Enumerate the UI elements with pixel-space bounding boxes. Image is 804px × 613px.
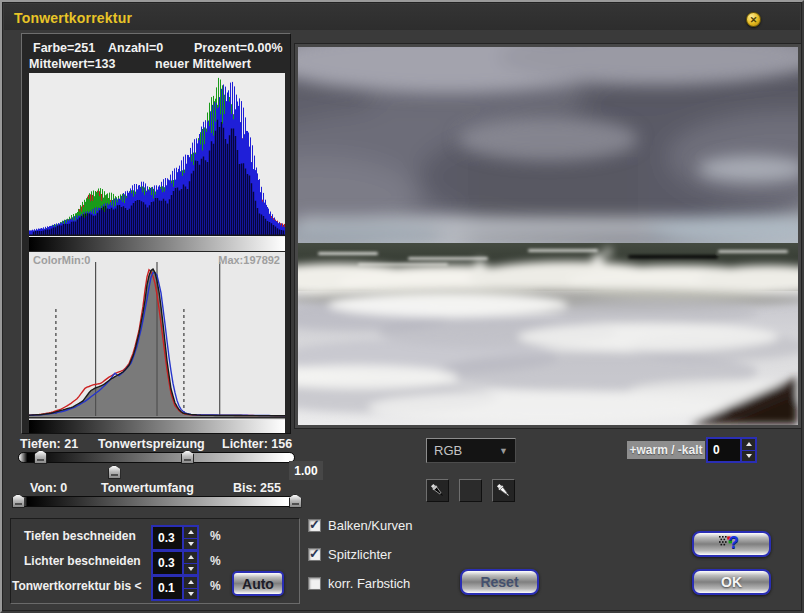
- spin-down-icon[interactable]: [742, 450, 755, 462]
- gray-point-button[interactable]: [459, 479, 482, 502]
- spin-up-icon[interactable]: [184, 552, 197, 563]
- black-point-dropper-button[interactable]: [426, 479, 449, 502]
- checkbox-icon[interactable]: [308, 577, 321, 590]
- gradient-strip-bottom: [29, 420, 285, 433]
- rgb-histogram: [29, 73, 285, 237]
- bis-label: Bis: 255: [233, 481, 281, 495]
- lichter-beschneiden-spinbox[interactable]: 0.3: [151, 550, 199, 576]
- info-farbe: Farbe=251: [33, 41, 95, 55]
- tonwertkorrektur-dialog: Tonwertkorrektur ✕ Farbe=251 Anzahl=0 Pr…: [0, 0, 804, 613]
- info-neuer-mittelwert: neuer Mittelwert: [155, 57, 251, 71]
- spreizung-label: Tonwertspreizung: [98, 437, 205, 451]
- max-label: Max:197892: [218, 254, 280, 266]
- spin-down-icon[interactable]: [184, 538, 197, 550]
- spin-up-icon[interactable]: [184, 527, 197, 538]
- white-point-dropper-button[interactable]: [492, 479, 515, 502]
- help-button[interactable]: ?: [692, 531, 771, 557]
- info-anzahl: Anzahl=0: [108, 41, 163, 55]
- curve-histogram: ColorMin:0 Max:197892: [29, 252, 285, 420]
- auto-button[interactable]: Auto: [232, 571, 284, 596]
- eyedropper-white-icon: [495, 482, 512, 499]
- checkbox-label: korr. Farbstich: [328, 576, 410, 591]
- tiefen-beschneiden-spinbox[interactable]: 0.3: [151, 525, 199, 551]
- colormin-label: ColorMin:0: [33, 254, 90, 266]
- tonwertkorrektur-value[interactable]: 0.1: [153, 577, 182, 599]
- channel-select-value: RGB: [427, 443, 499, 458]
- gamma-slider-handle[interactable]: [108, 465, 121, 479]
- umfang-label: Tonwertumfang: [101, 481, 194, 495]
- checkbox-icon[interactable]: [308, 519, 321, 532]
- channel-select[interactable]: RGB ▼: [426, 438, 516, 463]
- lichter-label: Lichter: 156: [222, 437, 292, 451]
- warm-kalt-value[interactable]: 0: [708, 439, 740, 461]
- title-bar[interactable]: Tonwertkorrektur ✕: [4, 4, 800, 30]
- checkbox-balken-kurven[interactable]: Balken/Kurven: [308, 518, 413, 533]
- lichter-beschneiden-label: Lichter beschneiden: [24, 554, 141, 568]
- spin-up-icon[interactable]: [184, 577, 197, 588]
- warm-kalt-spinbox[interactable]: 0: [706, 437, 757, 463]
- percent-sign: %: [210, 579, 221, 593]
- tiefen-beschneiden-label: Tiefen beschneiden: [24, 529, 136, 543]
- gamma-value: 1.00: [289, 461, 323, 480]
- ok-button[interactable]: OK: [692, 569, 771, 595]
- tiefen-label: Tiefen: 21: [20, 437, 78, 451]
- spin-up-icon[interactable]: [742, 439, 755, 450]
- warm-kalt-label: +warm / -kalt: [627, 441, 705, 459]
- percent-sign: %: [210, 529, 221, 543]
- percent-sign: %: [210, 554, 221, 568]
- histogram-panel: Farbe=251 Anzahl=0 Prozent=0.00% Mittelw…: [21, 33, 291, 434]
- preview-image[interactable]: [298, 47, 798, 425]
- info-mittelwert: Mittelwert=133: [29, 57, 116, 71]
- checkbox-label: Balken/Kurven: [328, 518, 413, 533]
- help-color-icon: ?: [719, 534, 745, 554]
- window-title: Tonwertkorrektur: [14, 10, 132, 26]
- preview-frame: [294, 43, 802, 429]
- tonwertkorrektur-spinbox[interactable]: 0.1: [151, 575, 199, 601]
- question-mark-icon: ?: [729, 533, 739, 553]
- checkbox-label: Spitzlichter: [328, 547, 392, 562]
- spin-down-icon[interactable]: [184, 588, 197, 600]
- reset-button[interactable]: Reset: [460, 569, 539, 595]
- spin-down-icon[interactable]: [184, 563, 197, 575]
- close-icon[interactable]: ✕: [746, 12, 761, 27]
- von-label: Von: 0: [30, 481, 67, 495]
- checkbox-spitzlichter[interactable]: Spitzlichter: [308, 547, 392, 562]
- tonwertumfang-slider-track[interactable]: [18, 496, 295, 507]
- tonwertkorrektur-bis-label: Tonwertkorrektur bis <: [12, 579, 141, 593]
- eyedropper-black-icon: [429, 482, 446, 499]
- lichter-beschneiden-value[interactable]: 0.3: [153, 552, 182, 574]
- info-prozent: Prozent=0.00%: [194, 41, 283, 55]
- checkbox-korr-farbstich[interactable]: korr. Farbstich: [308, 576, 410, 591]
- checkbox-icon[interactable]: [308, 548, 321, 561]
- gradient-strip-top: [29, 237, 285, 251]
- chevron-down-icon: ▼: [499, 446, 515, 456]
- tiefen-beschneiden-value[interactable]: 0.3: [153, 527, 182, 549]
- tonwertspreizung-slider-track[interactable]: [18, 452, 295, 463]
